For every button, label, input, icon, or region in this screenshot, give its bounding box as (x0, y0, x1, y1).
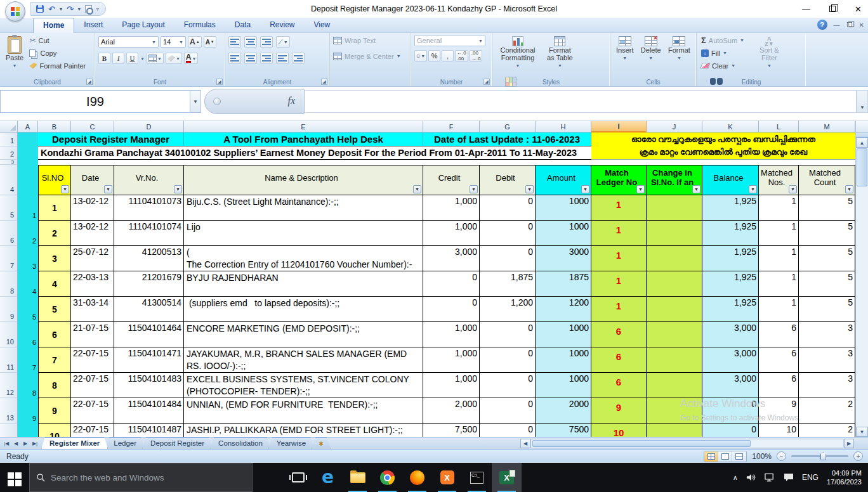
cell-amount[interactable]: 2000 (536, 398, 591, 424)
filter-icon[interactable]: ▼ (174, 185, 182, 193)
cell-mcount[interactable]: 5 (799, 246, 855, 271)
filter-icon[interactable]: ▼ (413, 185, 421, 193)
column-header-I[interactable]: I (591, 121, 647, 133)
column-header-A[interactable]: A (18, 121, 38, 133)
cell-balance[interactable]: 1,925 (702, 195, 759, 221)
column-header-E[interactable]: E (184, 121, 423, 133)
redo-dropdown-icon[interactable]: ▾ (78, 6, 81, 12)
cell-match[interactable]: 6 (591, 373, 647, 398)
page-layout-view-button[interactable] (718, 451, 732, 462)
cell-change[interactable] (647, 424, 702, 437)
cell-name[interactable]: JASHI.P, PALLIKKARA (EMD FOR STREET LIGH… (184, 424, 423, 437)
redo-icon[interactable]: ↷ (67, 5, 74, 13)
row-header-6[interactable]: 6 (0, 221, 18, 246)
cell-vr[interactable]: 11104101074 (114, 221, 184, 246)
cell-match[interactable]: 1 (591, 246, 647, 271)
horizontal-scrollbar[interactable]: ◀ ▶ (520, 439, 854, 448)
cell-vr[interactable]: 41300514 (114, 297, 184, 322)
autosum-button[interactable]: ΣAutoSum▼ (701, 35, 751, 46)
cell-serial-a[interactable]: 9 (18, 398, 38, 424)
cell-debit[interactable]: 0 (480, 424, 536, 437)
cell-balance[interactable]: 3,000 (702, 347, 759, 373)
cell-a4[interactable] (18, 165, 38, 195)
filter-icon[interactable]: ▼ (636, 185, 645, 193)
workbook-restore-button[interactable] (847, 22, 852, 27)
cell-serial-a[interactable]: 7 (18, 347, 38, 373)
shrink-font-button[interactable]: A▼ (204, 36, 216, 48)
cell-mnos[interactable]: 1 (759, 297, 799, 322)
clock[interactable]: 04:09 PM 17/06/2023 (827, 469, 862, 486)
row-header-7[interactable]: 7 (0, 246, 18, 271)
cell-sl[interactable]: 8 (38, 373, 71, 398)
column-header-D[interactable]: D (114, 121, 184, 133)
cell-date[interactable]: 31-03-14 (71, 297, 114, 322)
cell-name[interactable]: (suppliers emd to lapsed deposits):-;; (184, 297, 423, 322)
volume-icon[interactable] (746, 473, 756, 482)
cell-credit[interactable]: 0 (423, 271, 480, 297)
name-box-dropdown-icon[interactable]: ▼ (190, 90, 201, 113)
minimize-button[interactable]: — (802, 5, 810, 13)
format-as-table-button[interactable]: Format as Table▼ (542, 35, 577, 75)
cell-mnos[interactable]: 10 (759, 424, 799, 437)
cell-balance[interactable]: 1,925 (702, 297, 759, 322)
cell-name[interactable]: BYJU RAJENDHARAN (184, 271, 423, 297)
cell-sl[interactable]: 3 (38, 246, 71, 271)
cell-mnos[interactable]: 1 (759, 271, 799, 297)
cell-debit[interactable]: 1,875 (480, 271, 536, 297)
cell-debit[interactable]: 0 (480, 322, 536, 347)
cell-change[interactable] (647, 246, 702, 271)
cell-vr[interactable]: 21201679 (114, 271, 184, 297)
cell-credit[interactable]: 2,000 (423, 398, 480, 424)
cell-balance[interactable]: 3,000 (702, 322, 759, 347)
column-header-L[interactable]: L (759, 121, 799, 133)
next-sheet-icon[interactable]: ▶ (21, 439, 30, 448)
cell-mnos[interactable]: 6 (759, 373, 799, 398)
tab-page-layout[interactable]: Page Layout (112, 18, 174, 33)
cell-amount[interactable]: 1000 (536, 347, 591, 373)
row-header-9[interactable]: 9 (0, 297, 18, 322)
cell-vr[interactable]: 11504101464 (114, 322, 184, 347)
first-sheet-icon[interactable]: |◀ (2, 439, 11, 448)
alignment-dialog-launcher[interactable]: ◢ (321, 79, 327, 85)
cell-serial-a[interactable]: 8 (18, 373, 38, 398)
last-sheet-icon[interactable]: ▶| (30, 439, 39, 448)
filter-icon[interactable]: ▼ (692, 185, 700, 193)
cell-vr[interactable]: 11504101487 (114, 424, 184, 437)
cell-change[interactable] (647, 322, 702, 347)
cell-change[interactable] (647, 347, 702, 373)
filter-icon[interactable]: ▼ (470, 185, 478, 193)
taskbar-search[interactable]: Search the web and Windows (29, 463, 253, 492)
cell-credit[interactable]: 1,000 (423, 221, 480, 246)
column-header-C[interactable]: C (71, 121, 114, 133)
header-name-description[interactable]: Name & Description▼ (184, 165, 423, 195)
scroll-up-icon[interactable]: ▲ (856, 138, 868, 148)
row-header-3[interactable]: 3 (0, 160, 18, 165)
cell-match[interactable]: 10 (591, 424, 647, 437)
office-button[interactable] (5, 1, 25, 22)
cell-match[interactable]: 1 (591, 271, 647, 297)
cell-mcount[interactable]: 5 (799, 195, 855, 221)
cell-a1[interactable] (18, 133, 38, 146)
cell-mcount[interactable]: 5 (799, 271, 855, 297)
cell-mnos[interactable]: 6 (759, 322, 799, 347)
cell-amount[interactable]: 1200 (536, 297, 591, 322)
insert-function-area[interactable]: fx (204, 89, 305, 114)
row-header-1[interactable]: 1 (0, 133, 18, 146)
row-header-2[interactable]: 2 (0, 146, 18, 160)
tab-review[interactable]: Review (260, 18, 304, 33)
column-header-B[interactable]: B (38, 121, 71, 133)
sheet-tab-deposit-register[interactable]: Deposit Register (142, 437, 213, 449)
cell-date[interactable]: 13-02-12 (71, 221, 114, 246)
cell-credit[interactable]: 0 (423, 297, 480, 322)
header-debit[interactable]: Debit▼ (480, 165, 536, 195)
undo-icon[interactable]: ↶ (48, 5, 55, 13)
bold-button[interactable]: B (98, 53, 110, 64)
split-box[interactable] (856, 133, 868, 138)
name-box[interactable]: I99 (0, 90, 190, 113)
header-credit[interactable]: Credit▼ (423, 165, 480, 195)
cell-debit[interactable]: 0 (480, 195, 536, 221)
vertical-scroll-thumb[interactable] (857, 148, 867, 186)
sheet-tab-consolidation[interactable]: Consolidation (210, 437, 271, 449)
cell-credit[interactable]: 1,000 (423, 347, 480, 373)
restore-button[interactable] (829, 6, 836, 12)
